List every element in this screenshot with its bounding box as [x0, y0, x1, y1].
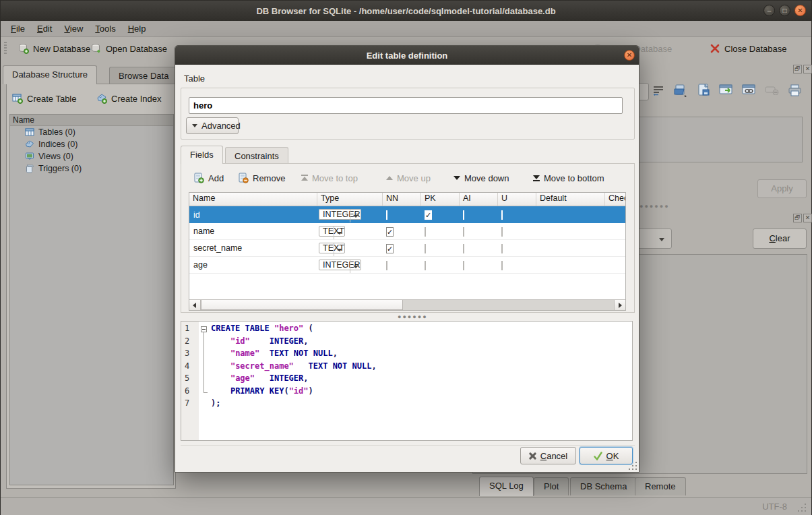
field-row-name[interactable]: name TEXT ✓: [189, 223, 625, 240]
pk-checkbox[interactable]: [425, 244, 426, 253]
field-row-age[interactable]: age INTEGER: [189, 257, 625, 274]
tree-header-name[interactable]: Name: [10, 115, 173, 126]
ai-checkbox[interactable]: [463, 244, 464, 253]
move-to-bottom-button[interactable]: Move to bottom: [533, 169, 604, 187]
maximize-icon[interactable]: □: [779, 5, 790, 16]
move-down-button[interactable]: Move down: [454, 169, 509, 187]
ai-checkbox[interactable]: [463, 261, 464, 270]
export-cell-icon[interactable]: [695, 82, 713, 99]
field-type-combo[interactable]: INTEGER: [319, 260, 361, 270]
word-wrap-icon[interactable]: [650, 82, 667, 99]
menu-edit[interactable]: Edit: [31, 22, 58, 35]
u-checkbox[interactable]: [501, 244, 503, 253]
dialog-resize-grip[interactable]: [629, 462, 637, 470]
field-row-id[interactable]: id INTEGER ✓: [189, 206, 625, 223]
field-type-combo[interactable]: TEXT: [319, 226, 345, 237]
menu-view[interactable]: View: [58, 22, 89, 35]
scroll-left-icon[interactable]: [189, 300, 201, 310]
field-name-cell[interactable]: secret_name: [189, 243, 317, 253]
u-checkbox[interactable]: [501, 210, 503, 220]
dialog-splitter[interactable]: ●●●●●●: [398, 313, 428, 320]
dock-float-icon[interactable]: 🗗: [793, 65, 802, 73]
field-name-cell[interactable]: name: [189, 226, 317, 236]
pk-checkbox[interactable]: [425, 227, 426, 237]
col-header-pk[interactable]: PK: [421, 193, 460, 206]
dock-float-icon[interactable]: 🗗: [793, 214, 802, 222]
nn-checkbox[interactable]: [386, 210, 387, 220]
cancel-button[interactable]: Cancel: [520, 447, 576, 464]
tree-item-tables[interactable]: Tables (0): [10, 126, 173, 138]
nn-checkbox[interactable]: ✓: [386, 227, 394, 237]
set-null-icon[interactable]: [763, 82, 781, 99]
field-type-combo[interactable]: TEXT: [319, 243, 345, 253]
dialog-close-icon[interactable]: ✕: [624, 50, 635, 61]
field-name-cell[interactable]: id: [189, 210, 317, 220]
ok-button[interactable]: OK: [580, 447, 633, 464]
print-icon[interactable]: [786, 82, 804, 99]
ai-checkbox[interactable]: [463, 210, 464, 220]
import-cell-icon[interactable]: [673, 82, 690, 99]
apply-button[interactable]: Apply: [757, 179, 807, 198]
window-titlebar[interactable]: DB Browser for SQLite - /home/user/code/…: [1, 1, 811, 21]
ai-checkbox[interactable]: [463, 227, 464, 237]
create-table-button[interactable]: Create Table: [12, 90, 76, 107]
open-database-button[interactable]: Open Database: [87, 39, 171, 58]
sql-editor[interactable]: 1234567 CREATE TABLE "hero" ( "id" INTEG…: [181, 321, 633, 441]
advanced-button[interactable]: Advanced: [186, 117, 239, 134]
tree-item-views[interactable]: Views (0): [10, 150, 173, 162]
col-header-check[interactable]: Check: [605, 193, 625, 206]
open-in-app-icon[interactable]: [718, 82, 735, 99]
dock-splitter[interactable]: ●●●●●●: [639, 203, 670, 210]
menu-help[interactable]: Help: [122, 22, 152, 35]
resize-grip[interactable]: [798, 504, 806, 512]
col-header-default[interactable]: Default: [536, 193, 605, 206]
new-database-button[interactable]: New Database: [14, 39, 94, 58]
tab-database-structure[interactable]: Database Structure: [3, 65, 97, 84]
move-to-top-button[interactable]: Move to top: [301, 169, 358, 187]
dock-close-icon[interactable]: ✕: [803, 65, 812, 73]
dock-close-icon[interactable]: ✕: [803, 214, 812, 222]
clear-button[interactable]: Clear: [753, 229, 807, 249]
tab-remote[interactable]: Remote: [635, 477, 686, 495]
close-icon[interactable]: ✕: [794, 5, 806, 16]
col-header-ai[interactable]: AI: [460, 193, 498, 206]
horizontal-scrollbar[interactable]: [189, 299, 625, 310]
field-row-secret-name[interactable]: secret_name TEXT ✓: [189, 240, 625, 257]
close-database-button[interactable]: Close Database: [706, 39, 791, 58]
tree-item-indices[interactable]: Indices (0): [10, 138, 173, 150]
dialog-titlebar[interactable]: Edit table definition ✕: [175, 46, 639, 65]
field-type-combo[interactable]: INTEGER: [319, 209, 361, 220]
scrollbar-track[interactable]: [403, 300, 614, 310]
pk-checkbox[interactable]: ✓: [425, 210, 432, 220]
sql-fold-column[interactable]: [199, 322, 211, 440]
menu-file[interactable]: File: [5, 22, 31, 35]
col-header-nn[interactable]: NN: [383, 193, 421, 206]
remove-field-button[interactable]: Remove: [238, 169, 285, 187]
nn-checkbox[interactable]: [386, 261, 387, 270]
u-checkbox[interactable]: [501, 227, 503, 237]
create-index-button[interactable]: Create Index: [96, 90, 161, 107]
u-checkbox[interactable]: [501, 261, 503, 270]
add-field-button[interactable]: Add: [193, 169, 224, 187]
link-cell-icon[interactable]: [741, 82, 758, 99]
tab-plot[interactable]: Plot: [534, 477, 569, 495]
menu-tools[interactable]: Tools: [89, 22, 121, 35]
tab-constraints[interactable]: Constraints: [225, 147, 288, 164]
col-header-u[interactable]: U: [498, 193, 536, 206]
field-name-cell[interactable]: age: [189, 260, 317, 270]
sql-code-lines[interactable]: CREATE TABLE "hero" ( "id" INTEGER, "nam…: [211, 322, 632, 440]
move-up-button[interactable]: Move up: [386, 169, 431, 187]
tab-browse-data[interactable]: Browse Data: [109, 67, 178, 84]
toolbar-drag-handle[interactable]: [4, 42, 7, 55]
scrollbar-thumb[interactable]: [201, 300, 403, 310]
nn-checkbox[interactable]: ✓: [386, 244, 394, 253]
tab-sql-log[interactable]: SQL Log: [479, 477, 534, 496]
col-header-name[interactable]: Name: [189, 193, 317, 206]
tab-fields[interactable]: Fields: [181, 146, 223, 164]
tree-item-triggers[interactable]: Triggers (0): [10, 162, 173, 175]
tab-db-schema[interactable]: DB Schema: [570, 477, 637, 495]
col-header-type[interactable]: Type: [317, 193, 383, 206]
scroll-right-icon[interactable]: [614, 300, 625, 310]
table-name-input[interactable]: [189, 97, 623, 114]
pk-checkbox[interactable]: [425, 261, 426, 270]
